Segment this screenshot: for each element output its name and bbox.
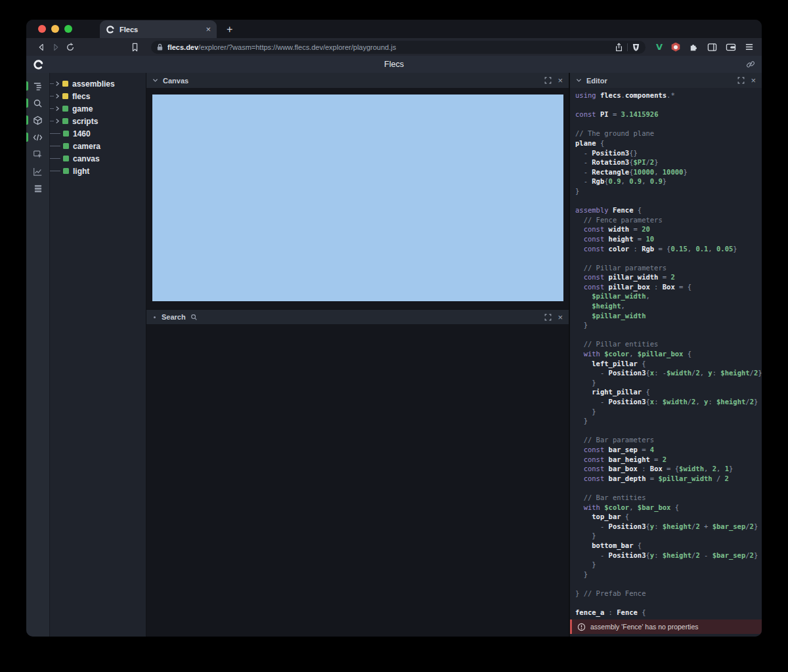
bullet-icon[interactable] — [154, 316, 156, 318]
code-line: const width = 20 — [575, 224, 762, 234]
rail-item-stack[interactable] — [26, 180, 49, 197]
rail-item-inspect[interactable] — [26, 146, 49, 163]
tree-item-canvas[interactable]: canvas — [50, 152, 146, 165]
rail-item-tree-view[interactable] — [26, 77, 49, 94]
tree-item-camera[interactable]: camera — [50, 140, 146, 152]
tree-guide — [50, 108, 54, 109]
code-line: fence_a : Fence { — [575, 608, 762, 618]
code-line: } — [575, 378, 762, 388]
tab-title: Flecs — [120, 26, 201, 33]
code-line — [575, 100, 762, 110]
bookmark-icon[interactable] — [127, 43, 142, 52]
code-line: with $color, $bar_box { — [575, 503, 762, 513]
code-line: $pillar_width — [575, 311, 762, 321]
chevron-right-icon[interactable] — [55, 118, 60, 124]
code-line: // Bar parameters — [575, 435, 762, 445]
code-line: // The ground plane — [575, 129, 762, 138]
code-line: - Position3{x: $width/2, y: $height/2} — [575, 397, 762, 407]
close-icon[interactable]: × — [558, 76, 563, 85]
code-line: const bar_depth = $pillar_width / 2 — [575, 474, 762, 484]
icon-rail — [26, 73, 49, 637]
back-icon[interactable] — [34, 43, 49, 52]
code-line: $height, — [575, 301, 762, 311]
tree-item-light[interactable]: light — [50, 165, 146, 177]
code-line: - Position3{y: $height/2 - $bar_sep/2} — [575, 551, 762, 560]
page-title: Flecs — [26, 60, 762, 69]
share-icon[interactable] — [615, 43, 623, 52]
stack-icon — [33, 184, 43, 194]
main-column: Canvas × Search — [146, 73, 569, 637]
extensions-puzzle-icon[interactable] — [689, 42, 699, 52]
entity-color-square — [63, 168, 69, 174]
error-bar: assembly 'Fence' has no properties — [570, 620, 762, 634]
code-line: left_pillar { — [575, 359, 762, 369]
editor-panel-controls: × — [737, 76, 756, 85]
shield-icon[interactable] — [632, 43, 640, 52]
new-tab-button[interactable]: + — [227, 24, 232, 35]
tree-item-flecs[interactable]: flecs — [50, 90, 146, 102]
rail-item-code[interactable] — [26, 129, 49, 146]
tree-guide — [50, 83, 54, 84]
extension-icons: V — [656, 42, 754, 52]
forward-icon[interactable] — [49, 43, 63, 52]
fullscreen-icon[interactable] — [737, 77, 745, 84]
sidebar-icon[interactable] — [707, 43, 717, 52]
code-line: - Rotation3{$PI/2} — [575, 158, 762, 167]
extension-v-icon[interactable]: V — [656, 42, 663, 52]
tree-guide — [50, 158, 60, 159]
app-header: Flecs — [26, 56, 762, 73]
rail-item-chart[interactable] — [26, 163, 49, 180]
rail-item-search[interactable] — [26, 94, 49, 112]
url-domain: flecs.dev — [167, 43, 198, 51]
code-line: } — [575, 416, 762, 426]
browser-tab[interactable]: Flecs × — [100, 20, 217, 38]
fullscreen-icon[interactable] — [544, 314, 552, 321]
wallet-icon[interactable] — [726, 43, 736, 52]
fullscreen-icon[interactable] — [544, 77, 552, 84]
code-line: - Position3{} — [575, 148, 762, 158]
canvas-panel-header: Canvas × — [146, 73, 569, 88]
tree-item-scripts[interactable]: scripts — [50, 115, 146, 127]
chevron-right-icon[interactable] — [55, 106, 60, 112]
entity-color-square — [62, 81, 68, 87]
tree-item-assemblies[interactable]: assemblies — [50, 77, 146, 90]
tree-item-1460[interactable]: 1460 — [50, 127, 146, 140]
url-bar[interactable]: flecs.dev/explorer/?wasm=https://www.fle… — [151, 41, 646, 54]
search-panel-title: Search — [162, 313, 186, 321]
minimize-window-button[interactable] — [51, 25, 59, 33]
close-icon[interactable]: × — [558, 313, 563, 322]
search-panel-header: Search × — [146, 309, 569, 324]
tab-favicon-flecs-logo-icon — [106, 25, 115, 34]
code-line — [575, 119, 762, 129]
code-area[interactable]: using flecs.components.* const PI = 3.14… — [570, 88, 762, 637]
canvas-surface[interactable] — [152, 94, 563, 301]
window-controls — [26, 20, 81, 38]
code-line: } — [575, 186, 762, 196]
chevron-right-icon[interactable] — [55, 81, 60, 87]
entity-color-square — [62, 93, 68, 99]
close-icon[interactable]: × — [751, 76, 756, 85]
extension-badge-icon[interactable] — [671, 43, 680, 52]
code-line: const pillar_box : Box = { — [575, 282, 762, 292]
tree-item-label: light — [73, 167, 89, 176]
chevron-down-icon[interactable] — [576, 78, 582, 83]
code-line: // Fence parameters — [575, 215, 762, 225]
menu-icon[interactable] — [745, 43, 754, 51]
chevron-down-icon[interactable] — [152, 78, 158, 83]
tree-item-label: scripts — [72, 117, 98, 126]
zoom-window-button[interactable] — [64, 25, 72, 33]
tree-item-game[interactable]: game — [50, 102, 146, 115]
reload-icon[interactable] — [63, 43, 77, 52]
code-line — [575, 253, 762, 263]
chevron-right-icon[interactable] — [55, 93, 60, 99]
url-path: /explorer/?wasm=https://www.flecs.dev/ex… — [198, 43, 396, 51]
code-line: top_bar { — [575, 512, 762, 522]
code-line: const bar_box : Box = {$width, 2, 1} — [575, 464, 762, 474]
close-window-button[interactable] — [38, 25, 46, 33]
code-line — [575, 598, 762, 608]
rail-item-cube[interactable] — [26, 112, 49, 129]
code-line: } — [575, 560, 762, 570]
tab-close-icon[interactable]: × — [206, 25, 211, 33]
search-icon — [190, 314, 198, 321]
desktop-background: { "browser": { "tab_title": "Flecs", "ta… — [0, 0, 788, 672]
